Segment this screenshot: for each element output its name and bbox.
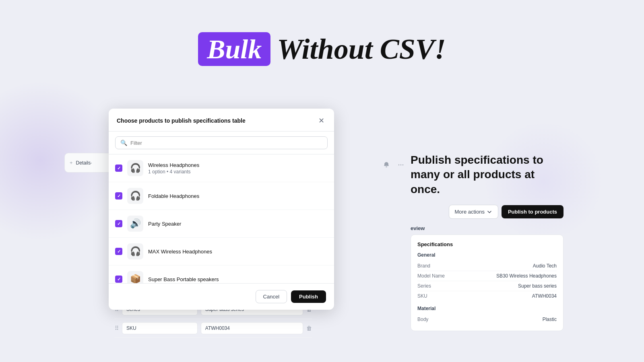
table-value-cell: ATWH0034 xyxy=(201,322,303,334)
panel-toolbar: More actions Publish to products xyxy=(411,205,564,219)
spec-value: Plastic xyxy=(543,317,557,322)
product-item[interactable]: ✓ 🎧 MAX Wireless Headphones xyxy=(109,238,334,265)
search-icon: 🔍 xyxy=(120,140,127,146)
check-icon: ✓ xyxy=(117,277,121,282)
product-emoji: 🎧 xyxy=(130,191,141,201)
publish-to-products-button[interactable]: Publish to products xyxy=(502,205,564,218)
product-checkbox[interactable]: ✓ xyxy=(115,248,122,255)
product-checkbox[interactable]: ✓ xyxy=(115,276,122,283)
cancel-button[interactable]: Cancel xyxy=(256,290,287,303)
specs-row: SKU ATWH0034 xyxy=(417,291,557,301)
product-image: 🎧 xyxy=(127,188,143,204)
modal-footer: Cancel Publish xyxy=(109,283,334,310)
search-wrap: 🔍 xyxy=(115,136,328,149)
heading-line2: many or all products at once. xyxy=(411,168,535,195)
product-item[interactable]: ✓ 🎧 Wireless Headphones 1 option • 4 var… xyxy=(109,154,334,182)
plus-icon: + xyxy=(70,160,73,166)
product-name: Foldable Headphones xyxy=(148,193,328,199)
spec-label: Series xyxy=(417,283,431,289)
product-name: Super Bass Portable speakers xyxy=(148,276,328,282)
more-options-icon-btn[interactable] xyxy=(395,159,407,171)
modal-close-button[interactable]: ✕ xyxy=(316,116,326,125)
specs-section-title: Specifications xyxy=(417,241,557,247)
product-info: Super Bass Portable speakers xyxy=(148,276,328,282)
specs-group: Material Body Plastic xyxy=(417,306,557,324)
specs-group: General Brand Audio Tech Model Name SB30… xyxy=(417,252,557,301)
spec-label: Brand xyxy=(417,263,430,269)
specs-group-title: Material xyxy=(417,306,557,311)
heading-line1: Publish specifications to xyxy=(411,154,543,166)
drag-handle-icon[interactable]: ⠿ xyxy=(115,325,119,331)
specs-row: Series Super bass series xyxy=(417,281,557,291)
modal-title: Choose products to publish specification… xyxy=(117,117,246,124)
check-icon: ✓ xyxy=(117,193,121,199)
specs-row: Brand Audio Tech xyxy=(417,261,557,271)
left-panel-label: Details· xyxy=(76,160,92,166)
preview-label: eview xyxy=(411,225,564,231)
specs-card: SpecificationsGeneral Brand Audio Tech M… xyxy=(411,234,564,331)
product-checkbox[interactable]: ✓ xyxy=(115,220,122,227)
hero-section: Bulk Without CSV! xyxy=(0,32,644,66)
svg-point-2 xyxy=(402,165,403,165)
product-item[interactable]: ✓ 🎧 Foldable Headphones xyxy=(109,182,334,210)
product-list: ✓ 🎧 Wireless Headphones 1 option • 4 var… xyxy=(109,154,334,283)
search-input[interactable] xyxy=(130,140,322,146)
specs-group-title: General xyxy=(417,252,557,258)
product-meta: 1 option • 4 variants xyxy=(148,169,328,175)
spec-label: SKU xyxy=(417,293,427,299)
spec-value: SB30 Wireless Headphones xyxy=(496,273,557,279)
spec-label: Body xyxy=(417,317,428,322)
product-info: Party Speaker xyxy=(148,221,328,227)
modal-header: Choose products to publish specification… xyxy=(109,109,334,132)
modal-search-area: 🔍 xyxy=(109,132,334,154)
more-actions-button[interactable]: More actions xyxy=(449,205,498,219)
bulk-badge: Bulk xyxy=(198,32,270,66)
toolbar-icons xyxy=(381,159,407,171)
product-info: Wireless Headphones 1 option • 4 variant… xyxy=(148,162,328,175)
product-info: Foldable Headphones xyxy=(148,193,328,199)
delete-icon[interactable]: 🗑 xyxy=(306,325,312,331)
specs-row: Body Plastic xyxy=(417,315,557,324)
spec-value: Audio Tech xyxy=(533,263,557,269)
product-item[interactable]: ✓ 🔊 Party Speaker xyxy=(109,210,334,238)
table-row: ⠿ SKU ATWH0034 🗑 xyxy=(115,319,312,338)
table-label-cell: SKU xyxy=(122,322,198,334)
product-name: MAX Wireless Headphones xyxy=(148,249,328,255)
right-panel-heading: Publish specifications to many or all pr… xyxy=(411,153,564,197)
publish-button[interactable]: Publish xyxy=(291,290,326,303)
product-emoji: 🔊 xyxy=(130,218,141,229)
notification-icon-btn[interactable] xyxy=(381,159,392,171)
more-actions-label: More actions xyxy=(455,209,485,215)
check-icon: ✓ xyxy=(117,249,121,254)
hero-subtitle: Without CSV! xyxy=(277,35,446,64)
product-image: 📦 xyxy=(127,271,143,283)
product-name: Party Speaker xyxy=(148,221,328,227)
product-info: MAX Wireless Headphones xyxy=(148,249,328,255)
product-checkbox[interactable]: ✓ xyxy=(115,165,122,172)
spec-value: Super bass series xyxy=(518,283,557,289)
svg-point-0 xyxy=(398,165,399,165)
product-checkbox[interactable]: ✓ xyxy=(115,192,122,200)
spec-label: Model Name xyxy=(417,273,445,279)
product-image: 🔊 xyxy=(127,216,143,232)
product-emoji: 🎧 xyxy=(130,163,141,173)
product-image: 🎧 xyxy=(127,160,143,176)
product-image: 🎧 xyxy=(127,243,143,259)
check-icon: ✓ xyxy=(117,166,121,171)
product-emoji: 🎧 xyxy=(130,246,141,257)
spec-value: ATWH0034 xyxy=(532,293,557,299)
svg-point-1 xyxy=(400,165,401,165)
product-item[interactable]: ✓ 📦 Super Bass Portable speakers xyxy=(109,265,334,283)
product-name: Wireless Headphones xyxy=(148,162,328,168)
publish-modal: Choose products to publish specification… xyxy=(109,109,334,310)
specs-row: Model Name SB30 Wireless Headphones xyxy=(417,271,557,281)
right-panel: Publish specifications to many or all pr… xyxy=(411,153,564,331)
check-icon: ✓ xyxy=(117,221,121,226)
chevron-down-icon xyxy=(487,209,492,215)
bulk-label: Bulk xyxy=(207,34,262,64)
product-emoji: 📦 xyxy=(130,274,141,283)
